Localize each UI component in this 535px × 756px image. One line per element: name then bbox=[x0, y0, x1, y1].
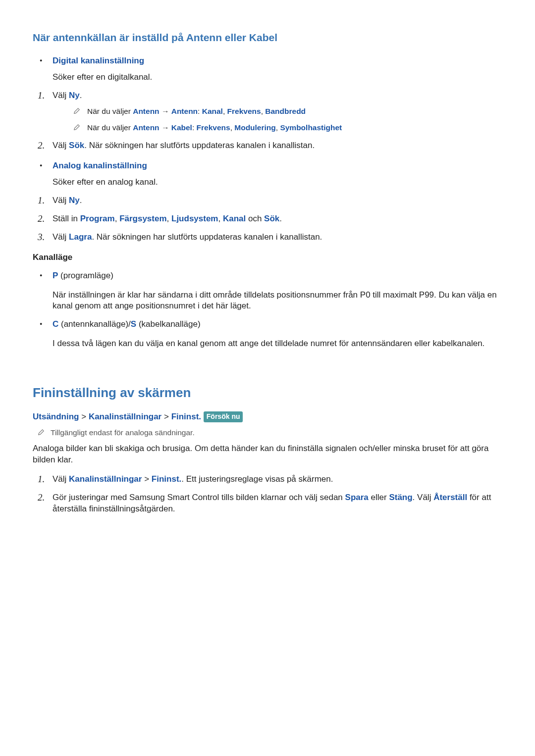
kw: Kabel bbox=[171, 123, 192, 132]
bc-kanalinst[interactable]: Kanalinställningar bbox=[89, 412, 161, 421]
digital-step-2: 2. Välj Sök. När sökningen har slutförts… bbox=[33, 140, 502, 151]
analog-step-2: 2. Ställ in Program, Färgsystem, Ljudsys… bbox=[33, 213, 502, 225]
text: . Ett justeringsreglage visas på skärmen… bbox=[181, 474, 333, 484]
text: , bbox=[115, 214, 119, 223]
text: . Välj bbox=[413, 493, 434, 502]
text: När du väljer bbox=[87, 123, 133, 132]
fininst-para: Analoga bilder kan bli skakiga och brusi… bbox=[33, 443, 502, 466]
text: eller bbox=[369, 493, 389, 502]
kw: Fininst. bbox=[152, 474, 181, 484]
bold-sok: Sök bbox=[69, 141, 84, 150]
text: Tillgängligt endast för analoga sändning… bbox=[51, 428, 195, 437]
text: (antennkanalläge)/ bbox=[58, 319, 131, 329]
text: , bbox=[261, 107, 266, 115]
text: , bbox=[218, 214, 223, 223]
s-label: S bbox=[131, 319, 136, 329]
bullet-p-mode: P (programläge) När inställningen är kla… bbox=[33, 270, 502, 312]
fininst-step-1: 1. Välj Kanalinställningar > Fininst.. E… bbox=[33, 474, 502, 485]
digital-note-antenn: När du väljer Antenn → Antenn: Kanal, Fr… bbox=[53, 106, 502, 117]
kw: Program bbox=[80, 214, 115, 223]
analog-step-3: 3. Välj Lagra. När sökningen har slutför… bbox=[33, 232, 502, 243]
c-label: C bbox=[53, 319, 58, 329]
analog-only-note: Tillgängligt endast för analoga sändning… bbox=[33, 428, 502, 438]
breadcrumb: Utsändning > Kanalinställningar > Finins… bbox=[33, 411, 502, 423]
analog-desc: Söker efter en analog kanal. bbox=[53, 177, 502, 188]
text: (programläge) bbox=[58, 271, 113, 280]
section-heading-antenna: När antennkällan är inställd på Antenn e… bbox=[33, 31, 502, 45]
text: : bbox=[192, 123, 197, 132]
kw: Frekvens bbox=[227, 107, 261, 115]
step-number: 1. bbox=[38, 473, 45, 486]
kw: Antenn bbox=[171, 107, 198, 115]
digital-label: Digital kanalinställning bbox=[53, 56, 144, 65]
bold-ny: Ny bbox=[69, 91, 80, 100]
kw: Frekvens bbox=[197, 123, 230, 132]
step-number: 1. bbox=[38, 194, 45, 207]
step-number: 2. bbox=[38, 491, 45, 504]
kw: Kanal bbox=[223, 214, 246, 223]
pencil-icon bbox=[73, 124, 80, 131]
text: , bbox=[230, 123, 235, 132]
bullet-analog: Analog kanalinställning Söker efter en a… bbox=[33, 160, 502, 188]
step-number: 1. bbox=[38, 89, 45, 102]
text: Ställ in bbox=[53, 214, 80, 223]
p-desc: När inställningen är klar har sändarna i… bbox=[53, 290, 502, 312]
text: Gör justeringar med Samsung Smart Contro… bbox=[53, 493, 345, 502]
bullet-digital: Digital kanalinställning Söker efter en … bbox=[33, 55, 502, 83]
try-now-button[interactable]: Försök nu bbox=[204, 411, 243, 422]
step-number: 2. bbox=[38, 212, 45, 225]
digital-note-kabel: När du väljer Antenn → Kabel: Frekvens, … bbox=[53, 123, 502, 133]
text: Välj bbox=[53, 196, 69, 205]
section-heading-fininst: Fininställning av skärmen bbox=[33, 384, 502, 402]
text: . När sökningen har slutförts uppdateras… bbox=[92, 232, 322, 242]
p-label: P bbox=[53, 271, 58, 280]
pencil-icon bbox=[38, 429, 45, 436]
step-number: 2. bbox=[38, 139, 45, 152]
text: Välj bbox=[53, 141, 69, 150]
kw: Ljudsystem bbox=[171, 214, 218, 223]
bc-sep: > bbox=[161, 412, 171, 421]
text: > bbox=[142, 474, 151, 484]
text: , bbox=[223, 107, 227, 115]
text: → bbox=[160, 123, 171, 132]
bc-fininst[interactable]: Fininst. bbox=[171, 412, 201, 421]
text: . bbox=[279, 214, 282, 223]
kw: Kanalinställningar bbox=[69, 474, 142, 484]
text: (kabelkanalläge) bbox=[136, 319, 200, 329]
kw-aterstall: Återställ bbox=[433, 493, 467, 502]
fininst-step-2: 2. Gör justeringar med Samsung Smart Con… bbox=[33, 492, 502, 515]
kw-stang: Stäng bbox=[389, 493, 412, 502]
kw: Antenn bbox=[133, 107, 159, 115]
text: , bbox=[167, 214, 171, 223]
pencil-icon bbox=[73, 107, 80, 114]
kw: Färgsystem bbox=[119, 214, 166, 223]
kw: Bandbredd bbox=[265, 107, 306, 115]
analog-step-1: 1. Välj Ny. bbox=[33, 195, 502, 206]
text: Välj bbox=[53, 232, 69, 242]
bc-utsandning[interactable]: Utsändning bbox=[33, 412, 79, 421]
text: och bbox=[246, 214, 264, 223]
digital-desc: Söker efter en digitalkanal. bbox=[53, 72, 502, 83]
bc-sep: > bbox=[79, 412, 89, 421]
bold-lagra: Lagra bbox=[69, 232, 92, 242]
kw: Sök bbox=[264, 214, 279, 223]
text: : bbox=[198, 107, 202, 115]
step-number: 3. bbox=[38, 231, 45, 244]
text: Välj bbox=[53, 91, 69, 100]
text: . bbox=[80, 196, 82, 205]
bold-ny: Ny bbox=[69, 196, 80, 205]
kw: Symbolhastighet bbox=[280, 123, 342, 132]
bullet-cs-mode: C (antennkanalläge)/S (kabelkanalläge) I… bbox=[33, 319, 502, 350]
kanallage-heading: Kanalläge bbox=[33, 252, 502, 263]
text: När du väljer bbox=[87, 107, 133, 115]
text: → bbox=[160, 107, 171, 115]
kw: Kanal bbox=[202, 107, 223, 115]
text: . bbox=[80, 91, 82, 100]
kw: Modulering bbox=[234, 123, 276, 132]
text: . När sökningen har slutförts uppdateras… bbox=[84, 141, 315, 150]
cs-desc: I dessa två lägen kan du välja en kanal … bbox=[53, 338, 502, 350]
kw-spara: Spara bbox=[345, 493, 369, 502]
digital-step-1: 1. Välj Ny. När du väljer Antenn → Anten… bbox=[33, 90, 502, 133]
kw: Antenn bbox=[133, 123, 159, 132]
analog-label: Analog kanalinställning bbox=[53, 161, 147, 170]
